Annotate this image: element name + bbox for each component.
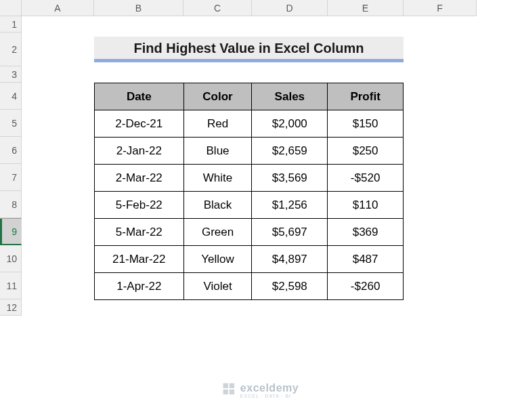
table-row: 5-Feb-22 Black $1,256 $110 bbox=[95, 192, 404, 219]
col-header-A[interactable]: A bbox=[22, 0, 94, 16]
cell-profit[interactable]: $110 bbox=[328, 192, 404, 219]
cell-profit[interactable]: -$520 bbox=[328, 165, 404, 192]
cell-color[interactable]: Black bbox=[183, 192, 252, 219]
row-header-12[interactable]: 12 bbox=[0, 299, 22, 316]
header-date[interactable]: Date bbox=[95, 83, 184, 110]
row-header-8[interactable]: 8 bbox=[0, 191, 22, 218]
table-row: 5-Mar-22 Green $5,697 $369 bbox=[95, 219, 404, 246]
row-header-4[interactable]: 4 bbox=[0, 83, 22, 110]
row-header-5[interactable]: 5 bbox=[0, 110, 22, 137]
cell-color[interactable]: Green bbox=[183, 219, 252, 246]
row-header-7[interactable]: 7 bbox=[0, 164, 22, 191]
col-header-B[interactable]: B bbox=[94, 0, 183, 16]
cell-sales[interactable]: $5,697 bbox=[252, 219, 328, 246]
table-row: 1-Apr-22 Violet $2,598 -$260 bbox=[95, 273, 404, 300]
col-header-F[interactable]: F bbox=[404, 0, 477, 16]
cell-profit[interactable]: $487 bbox=[328, 246, 404, 273]
row-header-1[interactable]: 1 bbox=[0, 16, 22, 33]
row-header-6[interactable]: 6 bbox=[0, 137, 22, 164]
select-all-corner[interactable] bbox=[0, 0, 22, 16]
watermark-sub: EXCEL · DATA · BI bbox=[240, 394, 299, 398]
row-header-2[interactable]: 2 bbox=[0, 33, 22, 66]
spreadsheet-grid: A B C D E F 1 2 3 4 5 6 7 8 9 10 11 12 F… bbox=[0, 0, 477, 316]
col-header-C[interactable]: C bbox=[183, 0, 252, 16]
cell-date[interactable]: 1-Apr-22 bbox=[95, 273, 184, 300]
table-header-row: Date Color Sales Profit bbox=[95, 83, 404, 110]
page-title: Find Highest Value in Excel Column bbox=[94, 37, 404, 62]
cell-profit[interactable]: $369 bbox=[328, 219, 404, 246]
cell-color[interactable]: White bbox=[183, 165, 252, 192]
header-profit[interactable]: Profit bbox=[328, 83, 404, 110]
table-row: 2-Dec-21 Red $2,000 $150 bbox=[95, 110, 404, 138]
cell-sales[interactable]: $3,569 bbox=[252, 165, 328, 192]
cell-profit[interactable]: -$260 bbox=[328, 273, 404, 300]
watermark-name: exceldemy bbox=[240, 383, 299, 394]
cell-profit[interactable]: $250 bbox=[328, 138, 404, 165]
cell-date[interactable]: 5-Mar-22 bbox=[95, 219, 184, 246]
cell-sales[interactable]: $2,659 bbox=[252, 138, 328, 165]
row-header-10[interactable]: 10 bbox=[0, 245, 22, 272]
cell-color[interactable]: Violet bbox=[183, 273, 252, 300]
watermark: exceldemy EXCEL · DATA · BI bbox=[221, 381, 299, 400]
data-table: Date Color Sales Profit 2-Dec-21 Red $2,… bbox=[94, 83, 404, 299]
header-color[interactable]: Color bbox=[183, 83, 252, 110]
row-header-3[interactable]: 3 bbox=[0, 66, 22, 83]
row-header-9[interactable]: 9 bbox=[0, 218, 22, 245]
header-sales[interactable]: Sales bbox=[252, 83, 328, 110]
cell-sales[interactable]: $4,897 bbox=[252, 246, 328, 273]
cell-date[interactable]: 2-Mar-22 bbox=[95, 165, 184, 192]
col-header-E[interactable]: E bbox=[328, 0, 404, 16]
cell-sales[interactable]: $1,256 bbox=[252, 192, 328, 219]
cell-color[interactable]: Red bbox=[183, 110, 252, 138]
cell-date[interactable]: 2-Jan-22 bbox=[95, 138, 184, 165]
cell-sales[interactable]: $2,598 bbox=[252, 273, 328, 300]
row-header-11[interactable]: 11 bbox=[0, 272, 22, 299]
table-row: 2-Jan-22 Blue $2,659 $250 bbox=[95, 138, 404, 165]
cell-color[interactable]: Blue bbox=[183, 138, 252, 165]
cell-date[interactable]: 2-Dec-21 bbox=[95, 110, 184, 138]
cell-date[interactable]: 21-Mar-22 bbox=[95, 246, 184, 273]
cell-date[interactable]: 5-Feb-22 bbox=[95, 192, 184, 219]
table-row: 2-Mar-22 White $3,569 -$520 bbox=[95, 165, 404, 192]
cell-sales[interactable]: $2,000 bbox=[252, 110, 328, 138]
logo-icon bbox=[221, 381, 236, 400]
cell-profit[interactable]: $150 bbox=[328, 110, 404, 138]
row-header-label: 9 bbox=[12, 226, 17, 237]
col-header-D[interactable]: D bbox=[252, 0, 328, 16]
table-row: 21-Mar-22 Yellow $4,897 $487 bbox=[95, 246, 404, 273]
cell-color[interactable]: Yellow bbox=[183, 246, 252, 273]
